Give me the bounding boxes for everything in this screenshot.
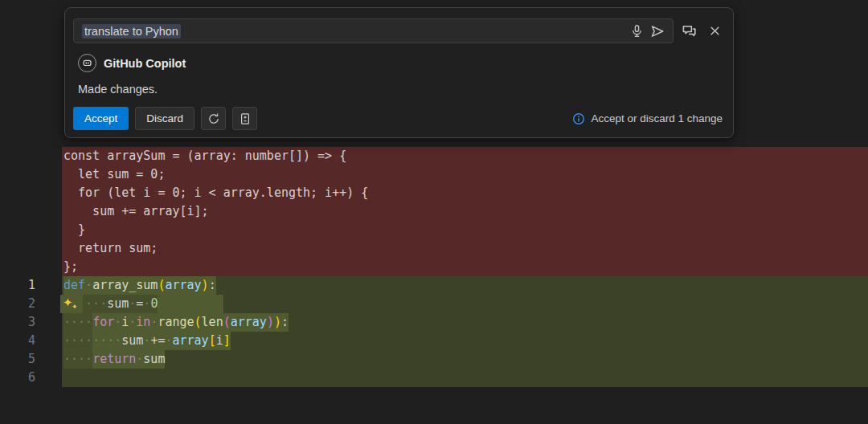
line-number: 1 bbox=[0, 276, 35, 295]
code-token: ···· bbox=[63, 352, 92, 366]
rerun-icon bbox=[207, 112, 220, 125]
deleted-code-line[interactable]: const arraySum = (array: number[]) => { bbox=[62, 147, 868, 165]
added-code-line[interactable]: ····return·sum bbox=[62, 350, 868, 369]
code-token: for bbox=[92, 315, 114, 329]
comment-discussion-button[interactable] bbox=[678, 21, 699, 42]
code-token: sum bbox=[107, 296, 129, 311]
code-token: 0 bbox=[150, 296, 158, 311]
code-token: def bbox=[63, 278, 85, 292]
line-number-gutter: 123456 bbox=[0, 276, 35, 387]
code-token: · bbox=[114, 315, 121, 329]
deleted-code-line[interactable]: for (let i = 0; i < array.length; i++) { bbox=[62, 184, 868, 202]
comment-discussion-icon bbox=[682, 23, 697, 39]
inserted-text-highlight: ···· bbox=[63, 313, 92, 332]
code-token: += bbox=[150, 333, 165, 348]
deleted-code-line[interactable]: } bbox=[62, 221, 868, 239]
code-token: array_sum bbox=[92, 278, 158, 292]
code-token: · bbox=[136, 352, 143, 366]
code-token: : bbox=[281, 315, 289, 329]
deleted-code-line[interactable]: }; bbox=[62, 258, 868, 276]
editor-stage: const arraySum = (array: number[]) => { … bbox=[0, 0, 868, 424]
code-token: · bbox=[129, 315, 136, 329]
inserted-text-highlight bbox=[158, 295, 223, 313]
code-token: ( bbox=[194, 315, 202, 329]
status-text: Made changes. bbox=[78, 83, 725, 96]
inserted-text-highlight: ···· bbox=[63, 350, 92, 369]
code-token: ···· bbox=[92, 333, 121, 348]
toggle-diff-button[interactable] bbox=[232, 107, 257, 130]
added-code-line[interactable]: ········sum·+=·array[i] bbox=[62, 332, 868, 350]
send-icon bbox=[650, 24, 665, 39]
code-token: in bbox=[136, 315, 150, 329]
inline-chat-widget: translate to Pyhon bbox=[64, 7, 734, 138]
provider-row: GitHub Copilot bbox=[78, 54, 725, 72]
deleted-code-block: const arraySum = (array: number[]) => { … bbox=[62, 147, 868, 276]
close-button[interactable] bbox=[704, 21, 725, 42]
toolbar: Accept Discard bbox=[73, 107, 725, 130]
code-token: ] bbox=[223, 333, 231, 348]
line-number: 2 bbox=[0, 295, 35, 313]
code-token: i bbox=[121, 315, 129, 329]
code-token: ( bbox=[223, 315, 231, 329]
code-token: ···· bbox=[63, 333, 92, 348]
code-token: array bbox=[165, 278, 201, 292]
code-token: sum bbox=[121, 333, 143, 348]
change-hint: Accept or discard 1 change bbox=[572, 112, 725, 125]
provider-label: GitHub Copilot bbox=[104, 57, 186, 70]
code-token: [ bbox=[209, 333, 216, 348]
code-token: · bbox=[85, 278, 92, 292]
inserted-text-highlight: for·i·in·range(len(array)): bbox=[92, 313, 289, 332]
deleted-code-line[interactable]: return sum; bbox=[62, 239, 868, 258]
change-hint-text: Accept or discard 1 change bbox=[591, 112, 723, 124]
line-number: 6 bbox=[0, 369, 35, 387]
rerun-button[interactable] bbox=[201, 107, 226, 130]
added-code-block: def·array_sum(array):✦✦······sum·=·0 ···… bbox=[62, 276, 868, 387]
line-number: 3 bbox=[0, 313, 35, 332]
code-token: range bbox=[158, 315, 194, 329]
added-code-line[interactable]: ✦✦······sum·=·0 bbox=[62, 295, 868, 313]
close-icon bbox=[708, 24, 722, 38]
code-token: len bbox=[202, 315, 223, 329]
inserted-text-highlight: ····sum·+=·array[i] bbox=[92, 332, 231, 350]
code-token: sum bbox=[143, 352, 165, 366]
line-number: 5 bbox=[0, 350, 35, 369]
accept-button[interactable]: Accept bbox=[73, 107, 129, 130]
microphone-button[interactable] bbox=[626, 21, 647, 42]
code-token: i bbox=[216, 333, 223, 348]
inserted-text-highlight: return·sum bbox=[92, 350, 165, 369]
code-token: · bbox=[129, 296, 136, 311]
code-token: ) bbox=[202, 278, 209, 292]
code-token: : bbox=[209, 278, 216, 292]
deleted-code-line[interactable]: let sum = 0; bbox=[62, 165, 868, 184]
added-code-line[interactable]: def·array_sum(array): bbox=[62, 276, 868, 295]
send-button[interactable] bbox=[647, 21, 668, 42]
code-token bbox=[158, 296, 223, 311]
toggle-diff-icon bbox=[239, 112, 252, 125]
code-token: array bbox=[172, 333, 208, 348]
code-token: ) bbox=[274, 315, 281, 329]
added-code-line[interactable] bbox=[62, 369, 868, 387]
code-token: array bbox=[231, 315, 267, 329]
code-token: ···· bbox=[63, 315, 92, 329]
inserted-text-highlight: ···· bbox=[63, 332, 92, 350]
code-token: = bbox=[136, 296, 143, 311]
info-icon bbox=[572, 112, 585, 125]
sparkle-icon: ✦✦ bbox=[60, 295, 83, 313]
copilot-icon bbox=[78, 54, 96, 72]
inserted-text-highlight: def·array_sum(array): bbox=[63, 276, 216, 295]
deleted-code-line[interactable]: sum += array[i]; bbox=[62, 202, 868, 221]
discard-button[interactable]: Discard bbox=[135, 107, 194, 130]
chat-input[interactable]: translate to Pyhon bbox=[73, 18, 674, 43]
code-token: return bbox=[92, 352, 136, 366]
line-number: 4 bbox=[0, 332, 35, 350]
chat-input-value: translate to Pyhon bbox=[82, 24, 181, 39]
microphone-icon bbox=[630, 24, 644, 38]
chat-input-row: translate to Pyhon bbox=[73, 18, 725, 43]
added-code-line[interactable]: ····for·i·in·range(len(array)): bbox=[62, 313, 868, 332]
code-token: ) bbox=[267, 315, 274, 329]
